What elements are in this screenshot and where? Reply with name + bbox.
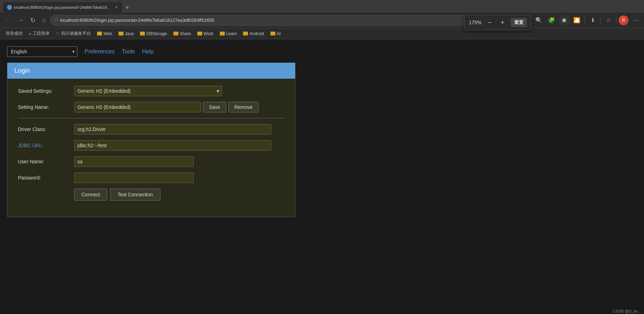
favorites-button[interactable]: ☆ bbox=[603, 15, 614, 26]
tools-link[interactable]: Tools bbox=[122, 48, 135, 55]
bookmark-java-icon bbox=[119, 32, 123, 35]
login-panel: Login Saved Settings: Generic H2 (Embedd… bbox=[7, 63, 295, 217]
setting-name-input[interactable] bbox=[74, 102, 201, 112]
bookmark-android-label: Android bbox=[249, 31, 264, 36]
bookmark-share-icon bbox=[173, 32, 178, 35]
saved-settings-select[interactable]: Generic H2 (Embedded) Generic H2 (Server… bbox=[74, 86, 222, 96]
user-name-row: User Name: bbox=[18, 156, 285, 167]
downloads-button[interactable]: ⬇ bbox=[587, 15, 598, 26]
app-toolbar: English Chinese Japanese German French P… bbox=[7, 46, 637, 57]
saved-settings-label: Saved Settings: bbox=[18, 88, 74, 94]
menu-button[interactable]: ⋯ bbox=[630, 15, 641, 26]
bookmark-ai[interactable]: AI bbox=[268, 30, 283, 37]
bookmark-java-label: Java bbox=[125, 31, 134, 36]
zoom-button[interactable]: 🔍 bbox=[533, 15, 544, 26]
bookmark-android-icon bbox=[243, 32, 248, 35]
jdbc-url-row: JDBC URL: bbox=[18, 140, 285, 151]
password-row: Password: bbox=[18, 172, 285, 183]
language-select-wrapper: English Chinese Japanese German French bbox=[7, 46, 77, 57]
password-label: Password: bbox=[18, 175, 74, 181]
zoom-reset-button[interactable]: 重置 bbox=[511, 18, 527, 27]
bookmark-share-label: Share bbox=[180, 31, 191, 36]
bookmark-work[interactable]: Work bbox=[195, 30, 216, 37]
action-buttons-row: Connect Test Connection bbox=[18, 189, 285, 201]
profile-avatar[interactable]: R bbox=[619, 15, 629, 25]
tab-bar: localhost:8080/h2/login.jsp;jsessionid=2… bbox=[0, 0, 644, 13]
bookmark-dbstorage[interactable]: DBStorage bbox=[137, 30, 170, 37]
remove-button[interactable]: Remove bbox=[228, 102, 259, 112]
zoom-increase-button[interactable]: + bbox=[498, 18, 507, 27]
bookmark-web-label: Web bbox=[103, 31, 112, 36]
bookmark-dbstorage-icon bbox=[140, 32, 145, 35]
address-bar[interactable]: ⓘ localhost:8080/h2/login.jsp;jsessionid… bbox=[50, 15, 518, 26]
saved-settings-row: Saved Settings: Generic H2 (Embedded) Ge… bbox=[18, 86, 285, 96]
password-input[interactable] bbox=[74, 172, 194, 183]
active-tab[interactable]: localhost:8080/h2/login.jsp;jsessionid=2… bbox=[3, 2, 122, 13]
connect-button[interactable]: Connect bbox=[74, 189, 107, 201]
user-name-label: User Name: bbox=[18, 159, 74, 164]
bookmark-sichuan-icon: 🛡 bbox=[56, 32, 60, 36]
bottom-bar-text: CSDN @D_bo... bbox=[613, 309, 641, 313]
page-content: English Chinese Japanese German French P… bbox=[0, 39, 644, 224]
preferences-link[interactable]: Preferences bbox=[84, 48, 115, 55]
test-connection-button[interactable]: Test Connection bbox=[110, 189, 160, 201]
toolbar-divider3 bbox=[616, 17, 617, 24]
bookmark-gonglu[interactable]: ● 工院登录 bbox=[26, 30, 52, 38]
bookmark-dbstorage-label: DBStorage bbox=[146, 31, 167, 36]
bookmark-share[interactable]: Share bbox=[171, 30, 194, 37]
login-header: Login bbox=[7, 63, 295, 79]
bookmark-ai-icon bbox=[270, 32, 275, 35]
setting-name-row: Setting Name: Save Remove bbox=[18, 102, 285, 112]
recorder2-button[interactable]: 🎦 bbox=[571, 15, 582, 26]
bookmark-learn[interactable]: Learn bbox=[217, 30, 240, 37]
browser-toolbar: ← → ↻ ⌂ ⓘ localhost:8080/h2/login.jsp;js… bbox=[0, 13, 644, 28]
bookmark-web-icon bbox=[97, 32, 102, 35]
login-body: Saved Settings: Generic H2 (Embedded) Ge… bbox=[7, 79, 295, 217]
tab-favicon bbox=[7, 5, 12, 10]
extensions-button[interactable]: 🧩 bbox=[546, 15, 557, 26]
bookmark-web[interactable]: Web bbox=[94, 30, 115, 37]
toolbar-icons: Aᵃ 🔍 🧩 ⏺ 🎦 ⬇ ☆ R ⋯ bbox=[521, 15, 641, 26]
zoom-decrease-button[interactable]: − bbox=[485, 18, 495, 27]
bookmark-gonglu-icon: ● bbox=[29, 31, 31, 36]
bookmark-sichuan-label: 四川省服务平台 bbox=[61, 31, 91, 37]
recorder-button[interactable]: ⏺ bbox=[559, 15, 570, 26]
zoom-percent: 175% bbox=[469, 20, 482, 25]
help-link[interactable]: Help bbox=[142, 48, 154, 55]
bookmark-denglu-label: 登录成功 bbox=[6, 31, 23, 37]
toolbar-divider bbox=[585, 17, 585, 24]
user-name-input[interactable] bbox=[74, 156, 194, 167]
driver-class-label: Driver Class: bbox=[18, 126, 74, 132]
bookmark-java[interactable]: Java bbox=[116, 30, 136, 37]
driver-class-row: Driver Class: bbox=[18, 124, 285, 135]
tab-title: localhost:8080/h2/login.jsp;jsessionid=2… bbox=[14, 5, 113, 9]
toolbar-divider2 bbox=[600, 17, 601, 24]
driver-class-input[interactable] bbox=[74, 124, 271, 135]
bookmark-denglu[interactable]: 登录成功 bbox=[3, 30, 25, 38]
bookmark-ai-label: AI bbox=[277, 31, 281, 36]
language-select[interactable]: English Chinese Japanese German French bbox=[7, 46, 77, 57]
bookmark-sichuan[interactable]: 🛡 四川省服务平台 bbox=[53, 30, 94, 38]
home-button[interactable]: ⌂ bbox=[40, 15, 48, 25]
login-title: Login bbox=[14, 67, 30, 74]
forward-button[interactable]: → bbox=[15, 15, 26, 25]
refresh-button[interactable]: ↻ bbox=[28, 15, 38, 26]
form-separator bbox=[18, 118, 285, 118]
jdbc-url-input[interactable] bbox=[74, 140, 271, 151]
bookmarks-bar: 登录成功 ● 工院登录 🛡 四川省服务平台 Web Java DBStorage… bbox=[0, 28, 644, 39]
tab-close-button[interactable]: ✕ bbox=[115, 5, 118, 10]
setting-name-label: Setting Name: bbox=[18, 104, 74, 110]
bookmark-android[interactable]: Android bbox=[240, 30, 267, 37]
saved-settings-select-wrapper: Generic H2 (Embedded) Generic H2 (Server… bbox=[74, 86, 222, 96]
bookmark-work-label: Work bbox=[204, 31, 213, 36]
new-tab-button[interactable]: + bbox=[122, 3, 132, 13]
zoom-popup: 175% − + 重置 bbox=[464, 15, 531, 30]
save-button[interactable]: Save bbox=[203, 102, 226, 112]
back-button[interactable]: ← bbox=[3, 15, 13, 25]
bottom-bar: CSDN @D_bo... bbox=[610, 308, 644, 314]
bookmark-gonglu-label: 工院登录 bbox=[33, 31, 50, 37]
bookmark-work-icon bbox=[197, 32, 202, 35]
jdbc-url-label: JDBC URL: bbox=[18, 143, 74, 148]
bookmark-learn-icon bbox=[220, 32, 225, 35]
bookmark-learn-label: Learn bbox=[226, 31, 237, 36]
